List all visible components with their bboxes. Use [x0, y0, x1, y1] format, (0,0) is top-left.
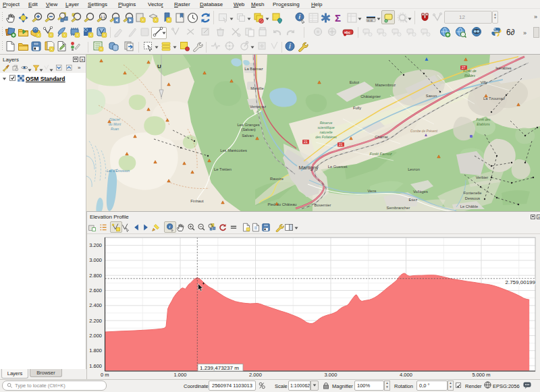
- svg-text:1.000: 1.000: [174, 372, 187, 378]
- svg-text:Forêt Farnoz: Forêt Farnoz: [369, 152, 392, 156]
- svg-text:Villy: Villy: [481, 80, 488, 84]
- svg-text:4.000: 4.000: [400, 372, 412, 378]
- svg-text:du Mont: du Mont: [109, 122, 122, 126]
- svg-text:i: i: [289, 43, 291, 50]
- svg-text:Le Châble: Le Châble: [460, 204, 478, 208]
- svg-text:Verbier: Verbier: [476, 175, 488, 179]
- svg-text:Σ: Σ: [335, 12, 341, 24]
- svg-text:U: U: [157, 63, 161, 69]
- svg-text:Euloz: Euloz: [350, 80, 360, 84]
- svg-text:Bovernier: Bovernier: [315, 203, 331, 207]
- svg-text:Salvan: Salvan: [242, 134, 254, 138]
- svg-text:Etiez: Etiez: [409, 198, 418, 202]
- svg-text:21: 21: [339, 142, 343, 146]
- svg-text:Levron: Levron: [408, 167, 420, 171]
- svg-text:Vernayaz: Vernayaz: [250, 105, 266, 109]
- svg-text:1.239,473237 m: 1.239,473237 m: [200, 365, 239, 371]
- svg-text:Dessous: Dessous: [465, 196, 481, 200]
- svg-text:2.400: 2.400: [89, 302, 102, 308]
- svg-text:Forêt des: Forêt des: [476, 117, 491, 121]
- svg-text:(Salvan): (Salvan): [241, 128, 256, 132]
- svg-text:La Tzoumaz: La Tzoumaz: [483, 96, 505, 101]
- svg-text:Combe de Prévent: Combe de Prévent: [410, 130, 438, 133]
- svg-text:1.800: 1.800: [89, 347, 102, 354]
- svg-text:21: 21: [304, 140, 308, 144]
- svg-text:Lac d'Émosson: Lac d'Émosson: [107, 169, 130, 173]
- svg-text:Etablons: Etablons: [477, 122, 490, 126]
- svg-text:Pied du Château: Pied du Château: [267, 202, 296, 206]
- svg-text:Forêt de: Forêt de: [463, 69, 476, 73]
- svg-text:0 m: 0 m: [101, 372, 109, 378]
- svg-text:Martigny: Martigny: [298, 165, 318, 171]
- svg-text:Riddes: Riddes: [464, 74, 476, 78]
- svg-text:Le Guercet: Le Guercet: [328, 165, 348, 169]
- svg-text:5.000 m: 5.000 m: [472, 372, 490, 378]
- svg-text:Fully: Fully: [353, 106, 361, 110]
- svg-text:2.800: 2.800: [89, 273, 102, 279]
- svg-text:2.000: 2.000: [249, 372, 262, 378]
- svg-text:Glacier: Glacier: [109, 117, 120, 121]
- svg-text:scientifique: scientifique: [317, 125, 334, 130]
- svg-text:Saxon: Saxon: [426, 94, 437, 98]
- svg-text:Les Marécottes: Les Marécottes: [220, 148, 247, 152]
- svg-text:2.759,00199: 2.759,00199: [506, 279, 536, 285]
- svg-text:La Balmaz: La Balmaz: [244, 67, 263, 71]
- svg-text:Charrat: Charrat: [375, 135, 388, 139]
- svg-text:2.000: 2.000: [89, 333, 102, 339]
- svg-text:Réserve: Réserve: [320, 121, 333, 125]
- svg-text:Finhaut: Finhaut: [190, 199, 204, 203]
- svg-text:2.600: 2.600: [89, 287, 102, 293]
- svg-text:Vollèges: Vollèges: [413, 190, 428, 194]
- svg-text:3.000: 3.000: [325, 372, 338, 378]
- svg-text:Isérables: Isérables: [495, 66, 512, 70]
- svg-text:Ravoire: Ravoire: [270, 177, 284, 181]
- svg-text:3.000: 3.000: [89, 257, 102, 263]
- svg-text:2.200: 2.200: [89, 318, 102, 324]
- svg-text:1.600: 1.600: [89, 363, 102, 369]
- svg-text:1:1: 1:1: [101, 15, 105, 19]
- svg-text:Châtaignier: Châtaignier: [360, 94, 381, 99]
- svg-text:naturelle: naturelle: [319, 130, 332, 134]
- svg-text:des Follatères: des Follatères: [315, 135, 337, 139]
- svg-text:Vens: Vens: [368, 189, 377, 193]
- svg-text:Miéville: Miéville: [250, 86, 263, 90]
- svg-text:6∂: 6∂: [506, 28, 515, 37]
- svg-text:Mazembroz: Mazembroz: [375, 83, 396, 87]
- svg-text:Sembrancher: Sembrancher: [387, 206, 410, 210]
- svg-text:3.200: 3.200: [89, 242, 102, 248]
- svg-text:Fontenelle: Fontenelle: [463, 191, 481, 195]
- svg-text:Ruan: Ruan: [111, 127, 119, 131]
- svg-text:Les Granges: Les Granges: [237, 123, 259, 127]
- svg-text:88 88: 88 88: [367, 20, 373, 22]
- svg-text:Le Trétien: Le Trétien: [214, 167, 232, 171]
